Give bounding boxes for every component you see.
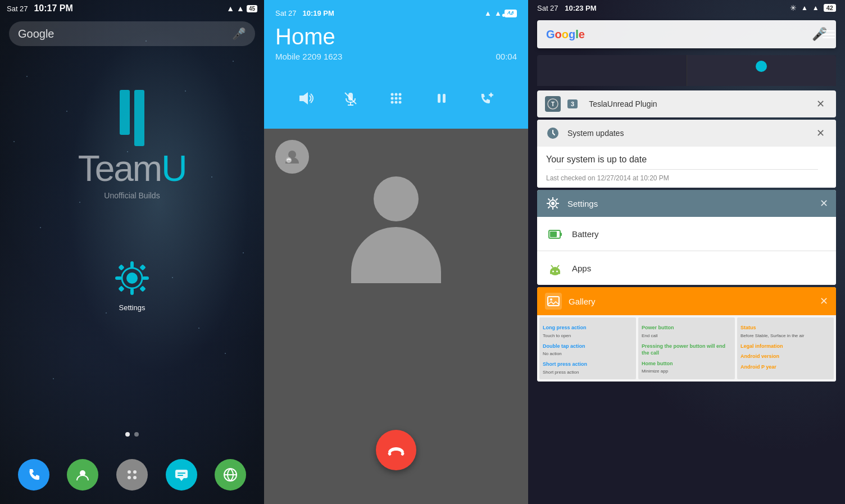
home-bg-overlay — [0, 0, 264, 504]
settings-app-icon[interactable]: Settings — [112, 258, 152, 312]
mic-icon[interactable]: 🎤 — [232, 27, 246, 40]
settings-card-header: Settings ✕ — [537, 190, 836, 217]
notif-signal-icon: ▲ — [801, 4, 808, 12]
google-logo-g: G — [546, 28, 555, 41]
call-small-avatar — [275, 140, 309, 174]
keypad-button[interactable] — [381, 84, 411, 113]
svg-rect-4 — [115, 276, 122, 280]
google-logo-e: e — [579, 28, 585, 41]
teamuu-bar-1 — [120, 90, 130, 135]
tesla-close-button[interactable]: ✕ — [812, 96, 828, 112]
svg-line-65 — [551, 265, 553, 268]
gallery-notification-card: Gallery ✕ Long press action Touch to ope… — [537, 287, 836, 382]
dock-browser-button[interactable] — [215, 459, 246, 491]
system-updates-body: Your system is up to date Last checked o… — [537, 147, 836, 188]
gallery-thumb-3: Status Before Stable, Surface in the air… — [737, 317, 834, 379]
call-contact-avatar — [346, 174, 447, 286]
call-duration: 00:04 — [496, 52, 517, 61]
svg-line-51 — [548, 199, 550, 201]
notifications-status-bar: Sat 27 10:23 PM ✳ ▲ ▲ 42 — [528, 0, 845, 16]
svg-rect-3 — [130, 288, 134, 295]
svg-rect-8 — [118, 285, 124, 292]
home-search-bar[interactable]: Google 🎤 — [9, 21, 255, 46]
call-status-bar: Sat 27 10:19 PM ▲ ▲ 44 — [275, 9, 517, 17]
system-updates-message: Your system is up to date — [546, 155, 827, 165]
home-status-date-time: Sat 27 10:17 PM — [7, 3, 73, 13]
svg-rect-57 — [560, 233, 562, 236]
teamuu-bar-2 — [134, 90, 144, 146]
person-body — [351, 227, 441, 283]
google-logo-o2: o — [562, 28, 569, 41]
system-updates-title: System updates — [567, 129, 806, 138]
svg-point-68 — [550, 298, 552, 301]
battery-icon — [546, 225, 564, 243]
svg-point-31 — [390, 101, 393, 104]
mute-button[interactable] — [336, 84, 365, 113]
svg-line-54 — [548, 207, 550, 208]
call-body — [264, 129, 528, 504]
settings-app-icon-notif — [545, 196, 561, 211]
svg-text:T: T — [551, 101, 555, 107]
gallery-card-close-button[interactable]: ✕ — [820, 295, 828, 307]
android-icon — [546, 259, 564, 277]
svg-line-52 — [556, 207, 558, 208]
gallery-thumb-1: Long press action Touch to open Double t… — [539, 317, 636, 379]
system-updates-close-button[interactable]: ✕ — [812, 125, 828, 141]
add-call-button[interactable] — [473, 84, 502, 113]
svg-line-53 — [556, 199, 558, 201]
settings-apps-item[interactable]: Apps — [537, 251, 836, 285]
svg-point-13 — [128, 476, 131, 479]
hamburger-line-1 — [823, 30, 835, 31]
teamuu-bars — [48, 90, 216, 146]
dock — [9, 459, 255, 491]
gallery-thumb1-text2: No action — [543, 351, 633, 357]
gallery-thumb2-text1: End call — [642, 333, 732, 339]
svg-point-32 — [394, 101, 397, 104]
dock-phone-button[interactable] — [18, 459, 49, 491]
google-logo-g2: g — [569, 28, 575, 41]
hold-button[interactable] — [427, 84, 456, 113]
svg-point-27 — [398, 93, 401, 96]
svg-point-39 — [286, 157, 292, 163]
gallery-thumb1-title1: Long press action — [543, 324, 633, 332]
gallery-thumb1-title3: Short press action — [543, 361, 633, 368]
svg-rect-5 — [142, 276, 149, 280]
dock-contacts-button[interactable] — [67, 459, 98, 491]
wifi-icon: ▲ — [226, 4, 234, 13]
gallery-card-title: Gallery — [569, 297, 813, 306]
gallery-thumb1-text1: Touch to open — [543, 333, 633, 339]
svg-point-30 — [398, 97, 401, 100]
tesla-notification-card: T 3 TeslaUnread Plugin ✕ — [537, 90, 836, 117]
gallery-thumb3-title1: Status — [740, 324, 830, 332]
svg-point-33 — [398, 101, 401, 104]
teamuu-logo: TeamU Unofficial Builds — [48, 90, 216, 200]
settings-card-close-button[interactable]: ✕ — [820, 197, 828, 210]
battery-sub-label: Battery — [572, 229, 599, 239]
hamburger-menu-button[interactable] — [820, 28, 837, 40]
settings-battery-item[interactable]: Battery — [537, 217, 836, 251]
svg-rect-16 — [178, 473, 185, 474]
home-screen-panel: Sat 27 10:17 PM ▲ ▲ 45 Google 🎤 TeamU Un… — [0, 0, 264, 504]
svg-point-58 — [550, 267, 560, 275]
svg-rect-7 — [139, 264, 146, 270]
svg-point-38 — [288, 151, 296, 158]
speaker-button[interactable] — [290, 84, 320, 113]
gallery-thumb3-title4: Android P year — [740, 364, 830, 371]
call-more-options-button[interactable]: ••• — [502, 9, 517, 22]
dock-sms-button[interactable] — [166, 459, 197, 491]
tesla-badge: 3 — [567, 99, 578, 108]
dock-apps-button[interactable] — [116, 459, 148, 491]
svg-point-12 — [133, 470, 137, 474]
svg-rect-15 — [175, 470, 188, 478]
svg-marker-20 — [299, 92, 308, 105]
google-search-bar[interactable]: G o o g l e 🎤 — [537, 20, 836, 48]
end-call-button[interactable] — [376, 430, 416, 470]
gallery-thumb2-title3: Home button — [642, 360, 732, 367]
settings-gear-icon — [112, 258, 152, 298]
call-contact-name: Home — [275, 24, 517, 49]
page-dot-1 — [125, 432, 130, 437]
home-status-bar: Sat 27 10:17 PM ▲ ▲ 45 — [0, 0, 264, 17]
notif-status-icons: ✳ ▲ ▲ 42 — [790, 3, 836, 12]
svg-line-66 — [557, 265, 559, 268]
apps-sub-label: Apps — [572, 264, 591, 273]
